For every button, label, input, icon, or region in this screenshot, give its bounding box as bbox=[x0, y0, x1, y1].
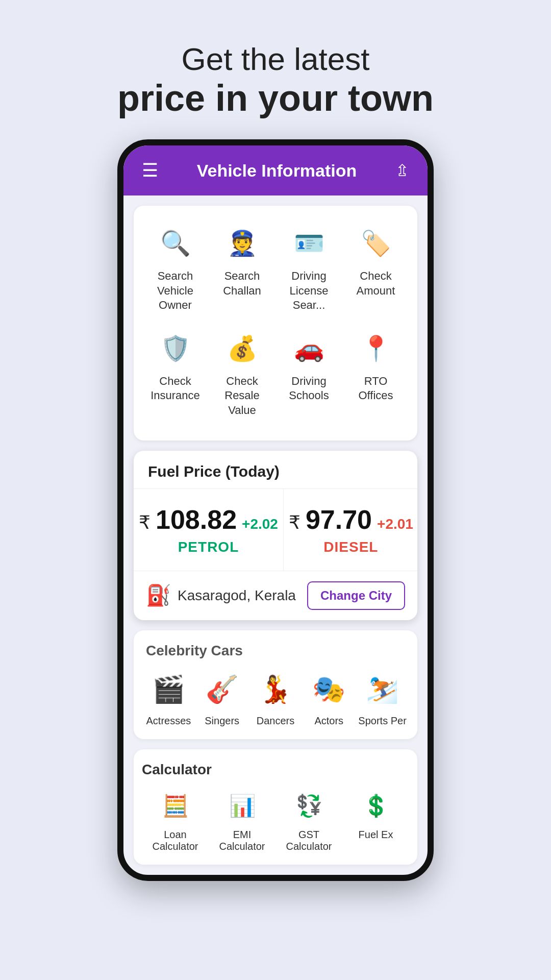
actresses-label: Actresses bbox=[146, 715, 191, 727]
celebrity-item-actors[interactable]: 🎭 Actors bbox=[304, 669, 355, 727]
driving-license-icon: 🪪 bbox=[289, 223, 330, 264]
grid-item-rto-offices[interactable]: 📍 RTO Offices bbox=[345, 323, 407, 423]
fuel-ex-label: Fuel Ex bbox=[359, 829, 393, 841]
grid-row-2: 🛡️ Check Insurance 💰 Check Resale Value … bbox=[142, 323, 409, 423]
diesel-symbol: ₹ bbox=[289, 512, 300, 533]
grid-item-check-amount[interactable]: 🏷️ Check Amount bbox=[345, 218, 407, 318]
actors-label: Actors bbox=[314, 715, 343, 727]
dancers-label: Dancers bbox=[257, 715, 294, 727]
celebrity-item-actresses[interactable]: 🎬 Actresses bbox=[143, 669, 194, 727]
emi-calculator-label: EMI Calculator bbox=[214, 829, 270, 852]
celebrity-title: Celebrity Cars bbox=[142, 643, 409, 659]
dancers-icon: 💃 bbox=[255, 669, 296, 710]
calc-item-emi[interactable]: 📊 EMI Calculator bbox=[214, 788, 270, 852]
check-resale-icon: 💰 bbox=[222, 328, 263, 369]
calculator-title: Calculator bbox=[142, 762, 409, 778]
feature-grid: 🔍 Search Vehicle Owner 👮 Search Challan … bbox=[134, 206, 417, 440]
hero-line1: Get the latest bbox=[117, 41, 434, 77]
celebrity-item-sports[interactable]: ⛷️ Sports Per bbox=[357, 669, 408, 727]
actresses-icon: 🎬 bbox=[148, 669, 189, 710]
diesel-column: ₹ 97.70 +2.01 DIESEL bbox=[284, 489, 417, 571]
menu-icon[interactable]: ☰ bbox=[142, 160, 158, 181]
location-left: ⛽ Kasaragod, Kerala bbox=[146, 583, 296, 607]
calc-item-gst[interactable]: 💱 GST Calculator bbox=[281, 788, 337, 852]
driving-schools-label: Driving Schools bbox=[281, 374, 338, 403]
location-icon: ⛽ bbox=[146, 583, 171, 607]
singers-icon: 🎸 bbox=[202, 669, 242, 710]
sports-icon: ⛷️ bbox=[362, 669, 403, 710]
grid-item-search-vehicle-owner[interactable]: 🔍 Search Vehicle Owner bbox=[145, 218, 206, 318]
loan-calculator-label: Loan Calculator bbox=[147, 829, 204, 852]
gst-calculator-icon: 💱 bbox=[291, 788, 327, 824]
celebrity-item-singers[interactable]: 🎸 Singers bbox=[196, 669, 247, 727]
check-insurance-icon: 🛡️ bbox=[155, 328, 196, 369]
search-vehicle-owner-label: Search Vehicle Owner bbox=[147, 269, 204, 313]
diesel-price-row: ₹ 97.70 +2.01 bbox=[289, 504, 413, 535]
petrol-price: 108.82 bbox=[156, 504, 237, 535]
grid-item-driving-schools[interactable]: 🚗 Driving Schools bbox=[279, 323, 340, 423]
fuel-location-row: ⛽ Kasaragod, Kerala Change City bbox=[134, 571, 417, 620]
share-icon[interactable]: ⇫ bbox=[395, 161, 409, 180]
diesel-change: +2.01 bbox=[377, 516, 413, 532]
fuel-card-title: Fuel Price (Today) bbox=[134, 451, 417, 488]
check-amount-label: Check Amount bbox=[347, 269, 405, 298]
check-resale-label: Check Resale Value bbox=[214, 374, 271, 418]
calc-item-fuel[interactable]: 💲 Fuel Ex bbox=[348, 788, 404, 852]
search-vehicle-owner-icon: 🔍 bbox=[155, 223, 196, 264]
actors-icon: 🎭 bbox=[309, 669, 349, 710]
diesel-price: 97.70 bbox=[306, 504, 372, 535]
singers-label: Singers bbox=[205, 715, 239, 727]
petrol-price-row: ₹ 108.82 +2.02 bbox=[139, 504, 278, 535]
hero-line2: price in your town bbox=[117, 77, 434, 119]
fuel-price-card: Fuel Price (Today) ₹ 108.82 +2.02 PETROL… bbox=[134, 451, 417, 620]
search-challan-icon: 👮 bbox=[222, 223, 263, 264]
emi-calculator-icon: 📊 bbox=[224, 788, 260, 824]
grid-row-1: 🔍 Search Vehicle Owner 👮 Search Challan … bbox=[142, 218, 409, 318]
sports-label: Sports Per bbox=[358, 715, 406, 727]
search-challan-label: Search Challan bbox=[214, 269, 271, 298]
loan-calculator-icon: 🧮 bbox=[158, 788, 193, 824]
celebrity-section: Celebrity Cars 🎬 Actresses 🎸 Singers 💃 D… bbox=[134, 630, 417, 739]
petrol-column: ₹ 108.82 +2.02 PETROL bbox=[134, 489, 284, 571]
grid-item-check-insurance[interactable]: 🛡️ Check Insurance bbox=[145, 323, 206, 423]
grid-item-search-challan[interactable]: 👮 Search Challan bbox=[212, 218, 273, 318]
grid-item-driving-license[interactable]: 🪪 Driving License Sear... bbox=[279, 218, 340, 318]
check-insurance-label: Check Insurance bbox=[147, 374, 204, 403]
petrol-change: +2.02 bbox=[242, 516, 278, 532]
calculator-row: 🧮 Loan Calculator 📊 EMI Calculator 💱 GST… bbox=[142, 788, 409, 852]
petrol-label: PETROL bbox=[178, 539, 239, 555]
calc-item-loan[interactable]: 🧮 Loan Calculator bbox=[147, 788, 204, 852]
calculator-section: Calculator 🧮 Loan Calculator 📊 EMI Calcu… bbox=[134, 749, 417, 865]
phone-mockup: ☰ Vehicle Information ⇫ 🔍 Search Vehicle… bbox=[117, 139, 434, 881]
diesel-label: DIESEL bbox=[323, 539, 378, 555]
petrol-symbol: ₹ bbox=[139, 512, 151, 533]
rto-offices-label: RTO Offices bbox=[347, 374, 405, 403]
gst-calculator-label: GST Calculator bbox=[281, 829, 337, 852]
app-title: Vehicle Information bbox=[197, 161, 357, 181]
driving-schools-icon: 🚗 bbox=[289, 328, 330, 369]
celebrity-item-dancers[interactable]: 💃 Dancers bbox=[250, 669, 301, 727]
location-text: Kasaragod, Kerala bbox=[178, 587, 296, 604]
change-city-button[interactable]: Change City bbox=[307, 581, 405, 610]
driving-license-label: Driving License Sear... bbox=[281, 269, 338, 313]
grid-item-check-resale[interactable]: 💰 Check Resale Value bbox=[212, 323, 273, 423]
celebrity-row: 🎬 Actresses 🎸 Singers 💃 Dancers 🎭 Actors… bbox=[142, 669, 409, 727]
fuel-prices-container: ₹ 108.82 +2.02 PETROL ₹ 97.70 +2.01 DIES… bbox=[134, 488, 417, 571]
rto-offices-icon: 📍 bbox=[356, 328, 396, 369]
hero-section: Get the latest price in your town bbox=[97, 0, 454, 139]
fuel-ex-icon: 💲 bbox=[358, 788, 394, 824]
check-amount-icon: 🏷️ bbox=[356, 223, 396, 264]
app-header: ☰ Vehicle Information ⇫ bbox=[123, 145, 428, 195]
